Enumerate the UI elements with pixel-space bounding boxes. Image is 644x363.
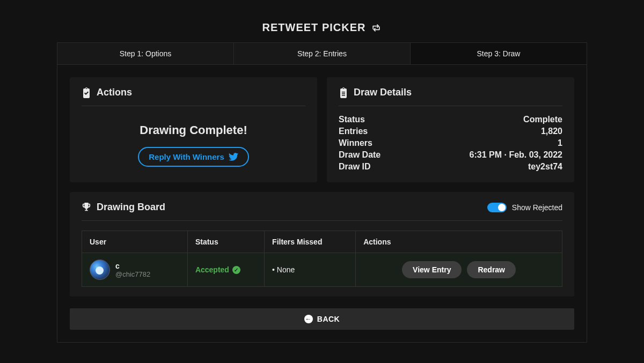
tab-step-3-draw[interactable]: Step 3: Draw (411, 43, 587, 64)
show-rejected-label: Show Rejected (512, 203, 562, 212)
reply-with-winners-button[interactable]: Reply With Winners (138, 147, 249, 167)
col-filters-missed: Filters Missed (265, 231, 356, 253)
show-rejected-toggle[interactable] (487, 203, 507, 212)
winners-value: 1 (558, 138, 562, 148)
filters-missed-value: • None (265, 253, 356, 287)
redraw-button[interactable]: Redraw (467, 261, 516, 278)
drawing-complete-text: Drawing Complete! (82, 123, 305, 137)
draw-details-card: Draw Details Status Complete Entries 1,8… (327, 77, 574, 182)
avatar (90, 260, 110, 280)
tab-step-1-options[interactable]: Step 1: Options (57, 43, 234, 64)
draw-id-value: tey2st74 (528, 162, 562, 172)
step-tabs: Step 1: Options Step 2: Entries Step 3: … (57, 42, 587, 64)
col-user: User (82, 231, 188, 253)
retweet-icon (371, 24, 382, 32)
back-arrow-icon: ← (304, 315, 313, 323)
tab-step-2-entries[interactable]: Step 2: Entries (234, 43, 411, 64)
clipboard-icon (82, 87, 91, 98)
draw-details-title: Draw Details (354, 87, 412, 98)
entries-value: 1,820 (541, 127, 562, 136)
trophy-icon (82, 203, 91, 212)
drawing-board-title: Drawing Board (97, 202, 165, 213)
winners-label: Winners (339, 138, 372, 148)
clipboard-list-icon (339, 87, 348, 98)
draw-date-label: Draw Date (339, 150, 380, 160)
status-value: Complete (523, 115, 562, 124)
col-actions: Actions (356, 231, 562, 253)
actions-card: Actions Drawing Complete! Reply With Win… (70, 77, 317, 182)
status-text: Accepted (195, 265, 229, 274)
page-title: RETWEET PICKER (0, 21, 644, 34)
drawing-board-table: User Status Filters Missed Actions (82, 231, 562, 287)
user-display-name: c (115, 262, 150, 270)
entries-label: Entries (339, 127, 368, 136)
back-button[interactable]: ← BACK (70, 308, 574, 330)
view-entry-button[interactable]: View Entry (402, 261, 462, 278)
user-handle: @chic7782 (115, 270, 150, 278)
reply-button-label: Reply With Winners (149, 152, 224, 161)
draw-id-label: Draw ID (339, 162, 371, 172)
page-title-text: RETWEET PICKER (262, 21, 366, 34)
actions-title: Actions (97, 87, 132, 98)
status-badge: Accepted ✓ (195, 265, 240, 274)
col-status: Status (187, 231, 264, 253)
check-icon: ✓ (232, 266, 240, 274)
table-row: c @chic7782 Accepted ✓ (82, 253, 562, 287)
back-button-label: BACK (317, 315, 340, 323)
twitter-icon (229, 153, 238, 161)
draw-date-value: 6:31 PM · Feb. 03, 2022 (470, 150, 562, 160)
drawing-board-card: Drawing Board Show Rejected User Status (70, 192, 574, 297)
status-label: Status (339, 115, 365, 124)
